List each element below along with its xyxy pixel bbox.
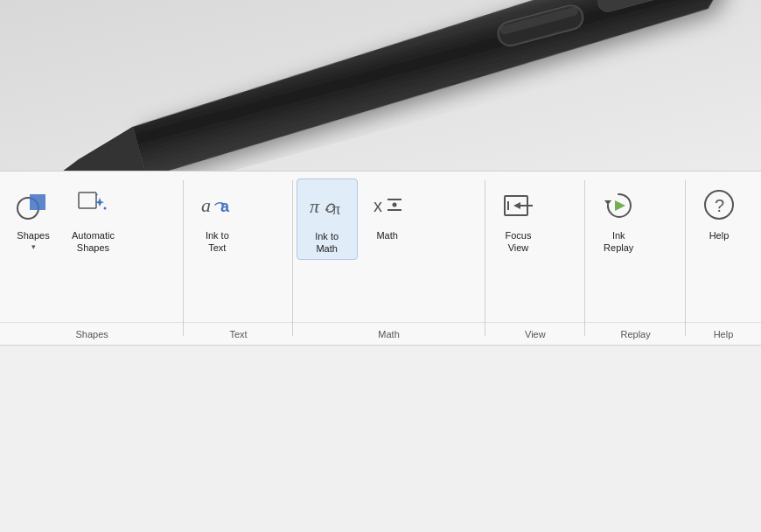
shapes-button[interactable]: Shapes ▾ xyxy=(3,178,63,255)
auto-shapes-icon xyxy=(72,184,114,226)
ribbon-group-view: Focus View View xyxy=(485,172,586,345)
svg-rect-6 xyxy=(30,194,45,210)
help-label: Help xyxy=(709,229,730,242)
replay-group-label: Replay xyxy=(585,322,686,345)
ribbon-group-help: ? Help Help xyxy=(686,172,761,345)
view-group-label: View xyxy=(485,322,586,345)
ink-to-math-icon: π π xyxy=(306,185,348,227)
ribbon-group-math: π π Ink to Math x xyxy=(293,172,485,345)
svg-marker-20 xyxy=(513,202,520,209)
svg-point-8 xyxy=(104,207,107,210)
ribbon-group-text: a a Ink to Text Text xyxy=(184,172,292,345)
content-area xyxy=(0,346,761,532)
ribbon: Shapes ▾ xyxy=(0,171,761,346)
focus-view-icon xyxy=(498,184,540,226)
math-group-label: Math xyxy=(293,322,485,345)
shapes-label: Shapes xyxy=(17,229,49,242)
ribbon-group-shapes: Shapes ▾ xyxy=(0,172,184,345)
svg-point-17 xyxy=(392,203,396,207)
math-label: Math xyxy=(376,229,397,242)
shapes-group-label: Shapes xyxy=(0,322,184,345)
shapes-icon xyxy=(12,184,54,226)
ink-replay-icon xyxy=(597,184,639,226)
help-icon: ? xyxy=(698,184,740,226)
svg-text:a: a xyxy=(220,198,230,215)
svg-rect-7 xyxy=(79,192,96,208)
focus-view-button[interactable]: Focus View xyxy=(489,178,548,258)
ink-to-math-button[interactable]: π π Ink to Math xyxy=(297,178,358,260)
text-group-label: Text xyxy=(184,322,292,345)
svg-marker-23 xyxy=(615,200,625,211)
help-group-label: Help xyxy=(686,322,761,345)
focus-view-label: Focus View xyxy=(506,229,532,255)
ink-to-text-button[interactable]: a a Ink to Text xyxy=(187,178,247,258)
auto-shapes-label: Automatic Shapes xyxy=(72,229,115,255)
ink-to-text-label: Ink to Text xyxy=(206,229,229,255)
ink-to-text-icon: a a xyxy=(196,184,238,226)
shapes-dropdown-arrow: ▾ xyxy=(31,242,36,251)
pen-area xyxy=(0,0,761,175)
ink-replay-button[interactable]: Ink Replay xyxy=(589,178,648,258)
svg-text:π: π xyxy=(310,195,320,217)
ink-to-math-label: Ink to Math xyxy=(315,230,339,256)
ribbon-group-replay: Ink Replay Replay xyxy=(585,172,686,345)
svg-marker-22 xyxy=(604,200,611,205)
svg-text:?: ? xyxy=(715,196,724,215)
help-button[interactable]: ? Help xyxy=(689,178,749,245)
svg-text:a: a xyxy=(201,194,211,216)
svg-text:x: x xyxy=(374,196,382,215)
math-icon: x xyxy=(367,184,408,226)
automatic-shapes-button[interactable]: Automatic Shapes xyxy=(63,178,123,258)
ink-replay-label: Ink Replay xyxy=(604,229,633,255)
svg-text:π: π xyxy=(332,200,340,218)
math-button[interactable]: x Math xyxy=(358,178,417,245)
